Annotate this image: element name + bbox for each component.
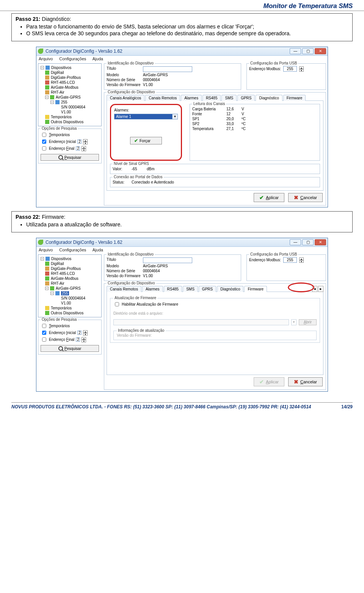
usb-title: Configuração da Porta USB (249, 61, 298, 65)
tabs-scroll-left[interactable]: ◄ (312, 286, 317, 292)
minimize-button-2[interactable]: — (290, 239, 301, 245)
ident-titulo-input[interactable] (143, 66, 192, 72)
search-options-title-2: Opções de Pesquisa (41, 317, 78, 322)
close-button[interactable]: ✕ (315, 48, 326, 54)
fw-path-dropdown[interactable]: ▼ (291, 319, 297, 325)
alarm-select[interactable]: Alarme 1 ▼ (114, 114, 178, 119)
tree-airgategprs[interactable]: −AirGate-GPRS (40, 95, 100, 100)
menu-arquivo-2[interactable]: Arquivo (39, 248, 53, 252)
sidebar-2: −Dispositivos DigiRail DigiGate-Profibus… (38, 254, 102, 390)
tab-diagnostico[interactable]: Diagnóstico (256, 95, 282, 101)
maximize-button-2[interactable]: ▢ (302, 239, 314, 245)
canal-rows: Carga Bateria12,6VFonte12VSP120,0ºCSP233… (192, 107, 317, 131)
tree-digigate-2[interactable]: DigiGate-Profibus (40, 266, 100, 271)
canal-row: SP120,0ºC (192, 116, 317, 121)
chk-temporarios-2[interactable]: Temporários (41, 323, 99, 329)
fw-tabpane: Atualização de Firmware Habilitar Atuali… (107, 292, 323, 375)
tree-node255-2[interactable]: −255 (40, 291, 100, 296)
page-number: 14/29 (341, 404, 353, 409)
tree-rht485[interactable]: RHT-485-LCD (40, 80, 100, 85)
sinal-title: Nível de Sinal GPRS (113, 162, 150, 166)
alarm-dropdown-btn[interactable]: ▼ (172, 114, 178, 119)
fw-atual-title: Atualização de Firmware (113, 296, 157, 300)
ident-titulo-label: Título (107, 66, 143, 72)
tab-rs485[interactable]: RS485 (202, 95, 221, 101)
cancel-icon-2: ✖ (294, 379, 298, 385)
menu-ajuda[interactable]: Ajuda (93, 56, 103, 61)
tree-node255[interactable]: −255 (40, 100, 100, 105)
tab-alarmes-2[interactable]: Alarmes (142, 286, 163, 292)
pesquisar-button-2[interactable]: Pesquisar (41, 345, 99, 352)
tabs-scroll-right[interactable]: ► (318, 286, 323, 292)
tab-canais-remotos-2[interactable]: Canais Remotos (107, 286, 141, 292)
tab-sms[interactable]: SMS (221, 95, 237, 101)
search-options-title: Opções de Pesquisa (41, 126, 78, 130)
endereco-final-input[interactable] (76, 146, 80, 151)
cancelar-button-2[interactable]: ✖Cancelar (288, 377, 323, 386)
tree-digirail-2[interactable]: DigiRail (40, 261, 100, 266)
ident-titulo-input-2[interactable] (143, 257, 192, 263)
sinal-valor-label: Valor: (113, 167, 132, 171)
endereco-final-input-2[interactable] (76, 337, 80, 342)
tree-rht485-2[interactable]: RHT-485-LCD (40, 271, 100, 276)
usb-endereco-input-2[interactable] (283, 257, 297, 263)
tree-digirail[interactable]: DigiRail (40, 70, 100, 75)
titlebar: Configurador DigiConfig - Versão 1.62 — … (36, 47, 328, 56)
app-icon-2 (38, 240, 43, 245)
forcar-button[interactable]: ✔ Forçar (130, 137, 162, 144)
search-options-2: Opções de Pesquisa Temporários Endereço … (38, 320, 102, 355)
window-buttons: — ▢ ✕ (290, 48, 326, 54)
tab-gprs-2[interactable]: GPRS (199, 286, 216, 292)
passo21-list: Para testar o funcionamento do envio de … (16, 24, 348, 36)
tree-airgategprs-2[interactable]: −AirGate-GPRS (40, 286, 100, 291)
tree-root-2[interactable]: −Dispositivos (40, 256, 100, 261)
maximize-button[interactable]: ▢ (302, 48, 314, 54)
menu-config[interactable]: Configurações (59, 56, 86, 61)
tab-sms-2[interactable]: SMS (183, 286, 198, 292)
aplicar-button[interactable]: ✔Aplicar (254, 193, 284, 202)
chk-endereco-inicial-2[interactable]: Endereço Inicial ▲▼ (41, 329, 99, 336)
tree-temporarios-2[interactable]: Temporários (40, 306, 100, 311)
config-dispositivo: Configuração do Dispositivo Canais Analó… (104, 92, 326, 206)
endereco-inicial-input-2[interactable] (77, 331, 82, 335)
tree-airgatemodbus[interactable]: AirGate-Modbus (40, 85, 100, 90)
chk-endereco-inicial[interactable]: Endereço Inicial ▲▼ (41, 138, 99, 145)
tree-root[interactable]: −Dispositivos (40, 65, 100, 70)
apply-icon: ✔ (259, 195, 264, 201)
chk-endereco-final-2[interactable]: Endereço Final ▲▼ (41, 336, 99, 343)
tree-rhtair-2[interactable]: RHT-Air (40, 281, 100, 286)
pesquisar-button[interactable]: Pesquisar (41, 154, 99, 161)
fw-path-input[interactable] (113, 319, 289, 325)
canal-row: Carga Bateria12,6V (192, 107, 317, 111)
sidebar: −Dispositivos DigiRail DigiGate-Profibus… (38, 63, 102, 206)
tree-airgatemodbus-2[interactable]: AirGate-Modbus (40, 276, 100, 281)
minimize-button[interactable]: — (290, 48, 301, 54)
app-icon (38, 49, 43, 54)
cancelar-button[interactable]: ✖Cancelar (288, 193, 323, 202)
tab-firmware-2[interactable]: Firmware (244, 286, 267, 292)
tab-diagnostico-2[interactable]: Diagnóstico (217, 286, 243, 292)
tab-firmware[interactable]: Firmware (283, 95, 306, 101)
close-button-2[interactable]: ✕ (315, 239, 326, 245)
tab-rs485-2[interactable]: RS485 (164, 286, 182, 292)
menu-config-2[interactable]: Configurações (59, 248, 86, 252)
usb-box: Configuração da Porta USB Endereço Modbu… (246, 63, 326, 90)
chk-endereco-final[interactable]: Endereço Final ▲▼ (41, 145, 99, 152)
passo21-strong: Passo 21: (16, 16, 40, 22)
menu-arquivo[interactable]: Arquivo (39, 56, 53, 61)
tree-outros-2[interactable]: Outros Dispositivos (40, 311, 100, 315)
tree-rhtair[interactable]: RHT-Air (40, 90, 100, 95)
tab-gprs[interactable]: GPRS (237, 95, 255, 101)
usb-endereco-input[interactable] (283, 66, 297, 72)
endereco-inicial-input[interactable] (77, 140, 82, 144)
tree-outros[interactable]: Outros Dispositivos (40, 119, 100, 124)
chk-temporarios[interactable]: Temporários (41, 132, 99, 138)
tree-digigate[interactable]: DigiGate-Profibus (40, 75, 100, 80)
tree-temporarios[interactable]: Temporários (40, 115, 100, 119)
tab-canais-remotos[interactable]: Canais Remotos (145, 95, 180, 101)
menu-ajuda-2[interactable]: Ajuda (93, 248, 103, 252)
chk-habilitar-fw[interactable]: Habilitar Atualização de Firmware (113, 301, 317, 307)
tab-alarmes[interactable]: Alarmes (181, 95, 202, 101)
abrir-button[interactable]: Abrir (299, 319, 317, 325)
tab-canais-analogicos[interactable]: Canais Analógicos (107, 95, 144, 101)
